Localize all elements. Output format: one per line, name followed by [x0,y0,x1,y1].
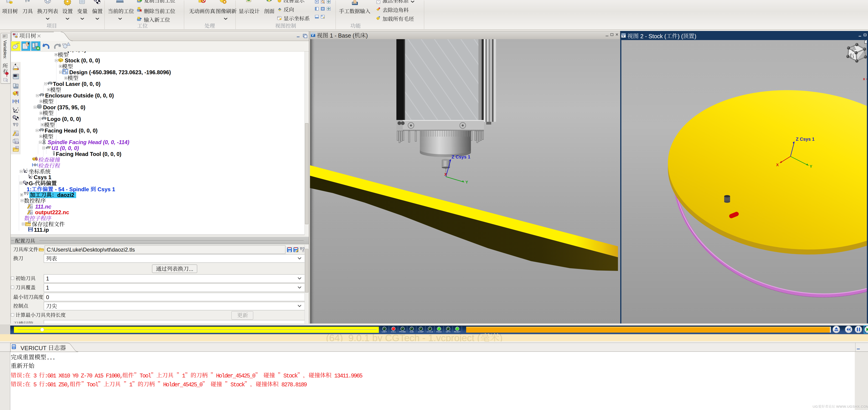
svg-text:V: V [622,34,624,38]
svg-text:READY: READY [454,331,460,333]
svg-text:COMP: COMP [418,331,424,333]
svg-text:Z Csys 1: Z Csys 1 [452,155,470,159]
svg-text:OPTI: OPTI [446,331,451,333]
svg-text:X: X [444,172,447,177]
svg-text:PROBE: PROBE [399,331,406,333]
svg-text:Z Csys 1: Z Csys 1 [796,137,814,142]
svg-text:Y: Y [810,164,812,169]
svg-text:V: V [312,33,314,37]
svg-text:FEED: FEED [436,331,442,333]
svg-text:X: X [776,163,779,167]
svg-text:x: x [863,77,865,81]
svg-text:{}: {} [3,35,5,37]
svg-text:CYCLE: CYCLE [427,331,433,333]
svg-text:COLL: COLL [391,331,396,333]
svg-text:SUB: SUB [410,331,413,333]
svg-text:LOG: LOG [12,345,15,347]
svg-text:LIMIT: LIMIT [382,331,387,333]
svg-text:Y: Y [465,180,468,184]
